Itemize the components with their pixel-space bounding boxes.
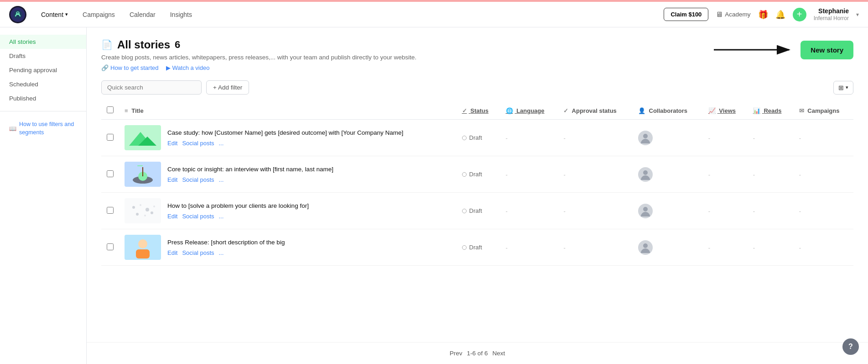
- th-language[interactable]: 🌐 Language: [500, 102, 558, 120]
- status-dot: [462, 245, 467, 250]
- th-approval: ✓ Approval status: [558, 102, 632, 120]
- story-social-posts-link[interactable]: Social posts: [182, 176, 214, 183]
- arrow-annotation: New story: [709, 38, 853, 61]
- academy-link[interactable]: 🖥 Academy: [716, 11, 750, 19]
- watch-video-link[interactable]: ▶ Watch a video: [166, 64, 210, 71]
- main-content: 📄 All stories 6 Create blog posts, news …: [87, 27, 868, 364]
- row-reads-cell: -: [748, 193, 794, 229]
- arrow-svg: [709, 38, 800, 61]
- nav-calendar[interactable]: Calendar: [124, 8, 161, 21]
- link-icon: 🔗: [101, 64, 109, 71]
- story-social-posts-link[interactable]: Social posts: [182, 213, 214, 220]
- row-checkbox-cell: [101, 156, 119, 193]
- page-title-section: 📄 All stories 6 Create blog posts, news …: [101, 38, 416, 71]
- story-more-button[interactable]: ...: [219, 176, 224, 183]
- nav-content[interactable]: Content ▾: [36, 8, 73, 21]
- search-input[interactable]: [101, 80, 202, 95]
- globe-icon: 🌐: [506, 107, 513, 114]
- sort-icon: ≡: [125, 107, 128, 114]
- bell-icon[interactable]: 🔔: [775, 10, 785, 20]
- next-page-button[interactable]: Next: [492, 350, 505, 357]
- th-views[interactable]: 📈 Views: [703, 102, 748, 120]
- story-edit-link[interactable]: Edit: [167, 249, 177, 256]
- status-dot: [462, 172, 467, 177]
- row-campaigns-cell: -: [794, 156, 853, 193]
- logo[interactable]: [9, 6, 26, 23]
- row-reads-cell: -: [748, 156, 794, 193]
- how-to-start-link[interactable]: 🔗 How to get started: [101, 64, 159, 71]
- row-approval-cell: -: [558, 193, 632, 229]
- th-reads[interactable]: 📊 Reads: [748, 102, 794, 120]
- story-count-badge: 6: [175, 39, 180, 51]
- select-all-checkbox[interactable]: [107, 106, 114, 113]
- stories-tbody: Case study: how [Customer Name] gets [de…: [101, 120, 853, 266]
- table-row: How to [solve a problem your clients are…: [101, 193, 853, 229]
- sidebar-help-link[interactable]: 📖 How to use filters and segments: [0, 117, 86, 140]
- page-title: All stories: [117, 38, 170, 51]
- story-more-button[interactable]: ...: [219, 249, 224, 256]
- plus-button[interactable]: +: [793, 8, 806, 21]
- sidebar-item-drafts[interactable]: Drafts: [0, 49, 86, 63]
- svg-point-22: [643, 207, 648, 211]
- avatar: [638, 131, 653, 145]
- story-edit-link[interactable]: Edit: [167, 213, 177, 220]
- page-links: 🔗 How to get started ▶ Watch a video: [101, 64, 416, 71]
- story-thumbnail: [125, 125, 161, 150]
- sidebar-item-pending-approval[interactable]: Pending approval: [0, 63, 86, 77]
- view-toggle[interactable]: ⊞ ▾: [833, 81, 853, 95]
- sidebar-item-all-stories[interactable]: All stories: [0, 35, 86, 49]
- sidebar-item-scheduled[interactable]: Scheduled: [0, 77, 86, 91]
- avatar-icon: [639, 241, 652, 254]
- row-status-cell: Draft: [457, 193, 500, 229]
- page-layout: All stories Drafts Pending approval Sche…: [0, 27, 868, 364]
- help-button[interactable]: ?: [842, 338, 859, 355]
- row-checkbox-3[interactable]: [107, 243, 114, 250]
- nav-links: Content ▾ Campaigns Calendar Insights: [36, 8, 664, 21]
- story-title: Press Release: [short description of the…: [167, 238, 451, 247]
- th-status[interactable]: ✓ Status: [457, 102, 500, 120]
- svg-point-18: [153, 206, 155, 207]
- chart-icon: 📈: [708, 107, 716, 114]
- row-reads-cell: -: [748, 120, 794, 156]
- page-header: 📄 All stories 6 Create blog posts, news …: [101, 38, 853, 71]
- row-checkbox-1[interactable]: [107, 170, 114, 177]
- avatar: [638, 240, 653, 255]
- add-filter-button[interactable]: + Add filter: [206, 80, 249, 95]
- language-value: -: [506, 208, 508, 215]
- video-icon: ▶: [166, 64, 171, 71]
- row-checkbox-cell: [101, 229, 119, 266]
- approval-value: -: [563, 171, 565, 178]
- status-label: Draft: [469, 244, 482, 251]
- row-status-cell: Draft: [457, 156, 500, 193]
- claim-button[interactable]: Claim $100: [664, 8, 708, 21]
- sidebar-item-published[interactable]: Published: [0, 91, 86, 106]
- prev-page-button[interactable]: Prev: [450, 350, 463, 357]
- nav-insights[interactable]: Insights: [165, 8, 198, 21]
- row-approval-cell: -: [558, 120, 632, 156]
- svg-point-7: [643, 134, 648, 138]
- person-icon: 👤: [638, 107, 645, 114]
- story-more-button[interactable]: ...: [219, 140, 224, 147]
- user-chevron-icon[interactable]: ▾: [856, 11, 859, 18]
- story-text: Case study: how [Customer Name] gets [de…: [167, 129, 451, 147]
- row-views-cell: -: [703, 156, 748, 193]
- nav-campaigns[interactable]: Campaigns: [77, 8, 120, 21]
- reads-value: -: [753, 244, 755, 251]
- story-social-posts-link[interactable]: Social posts: [182, 140, 214, 147]
- row-checkbox-2[interactable]: [107, 207, 114, 214]
- row-collaborators-cell: [633, 193, 703, 229]
- row-title-cell: Press Release: [short description of the…: [119, 229, 457, 266]
- story-edit-link[interactable]: Edit: [167, 140, 177, 147]
- approval-icon: ✓: [563, 107, 568, 114]
- row-checkbox-0[interactable]: [107, 134, 114, 141]
- gift-icon[interactable]: 🎁: [758, 10, 768, 20]
- avatar: [638, 167, 653, 182]
- story-edit-link[interactable]: Edit: [167, 176, 177, 183]
- svg-point-17: [146, 208, 149, 211]
- row-status-cell: Draft: [457, 120, 500, 156]
- stories-doc-icon: 📄: [101, 39, 113, 50]
- story-social-posts-link[interactable]: Social posts: [182, 249, 214, 256]
- new-story-button[interactable]: New story: [800, 41, 853, 59]
- th-title: ≡ Title: [119, 102, 457, 120]
- story-more-button[interactable]: ...: [219, 213, 224, 220]
